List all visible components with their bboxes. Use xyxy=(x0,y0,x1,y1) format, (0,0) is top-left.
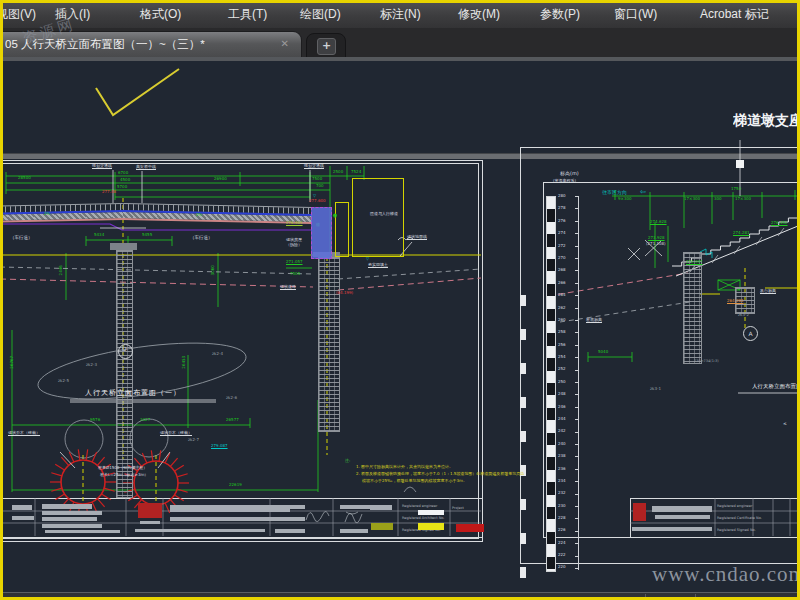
elevation-tick-value: 242 xyxy=(558,429,566,434)
titleblock-bar xyxy=(275,529,305,533)
titleblock-text: Registered engineer xyxy=(717,504,752,508)
dimension-text: 270.097 xyxy=(686,260,703,265)
elevation-tick-value: 268 xyxy=(558,268,566,273)
titleblock-bar xyxy=(371,523,393,530)
menu-item[interactable]: Acrobat 标记 xyxy=(700,6,769,23)
dimension-text: 5040 xyxy=(598,350,608,355)
dimension-text: 28500 xyxy=(18,176,31,181)
elevation-tick-value: 230 xyxy=(558,504,566,509)
elevation-text: 279.087 xyxy=(211,444,228,449)
titleblock-bar xyxy=(275,517,305,521)
borehole-label: zk2-4 xyxy=(212,352,223,357)
menu-item[interactable]: 标注(N) xyxy=(380,6,421,23)
dimension-text: 26900 xyxy=(214,177,227,182)
titleblock-bar xyxy=(418,523,444,530)
titleblock-bar xyxy=(135,529,265,532)
frame-scale-dashes xyxy=(520,295,526,587)
dimension-text: 273.928 xyxy=(648,236,665,241)
check-mark-polyline xyxy=(96,69,179,115)
new-tab-button[interactable]: + xyxy=(306,33,346,59)
dimension-text: 3060 xyxy=(211,265,216,275)
document-tab-title: 05 人行天桥立面布置图（一）~（三）* xyxy=(5,37,205,52)
elevation-text: 277.600 xyxy=(309,199,326,204)
annotation-label: 730×734(1:3) xyxy=(694,359,719,363)
borehole-label: zk2-7 xyxy=(188,438,199,443)
dimension-text: 7505 xyxy=(290,272,300,277)
menu-item[interactable]: 格式(O) xyxy=(140,6,181,23)
titleblock-bar xyxy=(140,521,160,524)
annotation-label: 夯实回填土 xyxy=(368,263,388,268)
menu-item[interactable]: 视图(V) xyxy=(0,6,36,23)
titleblock-bar xyxy=(655,515,710,519)
elevation-tick-value: 246 xyxy=(558,405,566,410)
dimension-text: 2% xyxy=(196,213,202,218)
dimension-text: 271.057 xyxy=(286,260,303,265)
elevation-tick-value: 270 xyxy=(558,256,566,261)
elevation-tick-value: 248 xyxy=(558,392,566,397)
titleblock-bar xyxy=(12,516,34,520)
elevation-tick-value: 238 xyxy=(558,454,566,459)
dimension-text: 17×300 xyxy=(735,197,751,202)
road-axis-label: 规划交通线 xyxy=(92,164,112,169)
right-sheet-inner-frame xyxy=(543,182,800,538)
dimension-text: 2446 xyxy=(59,265,64,275)
titleblock-bar xyxy=(632,527,712,531)
borehole-label: zk2-5 xyxy=(58,379,69,384)
menu-item[interactable]: 窗口(W) xyxy=(614,6,657,23)
menu-item[interactable]: 插入(I) xyxy=(55,6,90,23)
elevation-tick-value: 262 xyxy=(558,306,566,311)
dimension-text: 300 xyxy=(714,197,722,202)
titleblock-bar xyxy=(418,510,444,515)
titleblock-bar xyxy=(42,511,102,515)
elevation-tick-value: 236 xyxy=(558,467,566,472)
drawing-canvas[interactable]: A 梯道墩支座 xyxy=(0,0,800,600)
elevation-tick-value: 266 xyxy=(558,281,566,286)
dimension-text: 4500 xyxy=(120,178,130,183)
dimension-text: 2% xyxy=(44,212,50,217)
dimension-text: 274.281 xyxy=(733,231,750,236)
elevation-axis xyxy=(578,196,579,570)
elevation-text: ▽ xyxy=(313,194,316,199)
titleblock-bar xyxy=(42,504,92,509)
annotation-label: （车行道） xyxy=(10,235,33,240)
document-tab[interactable]: 05 人行天桥立面布置图（一）~（三）* ✕ xyxy=(0,31,302,58)
tab-bar: 05 人行天桥立面布置图（一）~（三）* ✕ + xyxy=(0,28,800,57)
menu-item[interactable]: 工具(T) xyxy=(228,6,267,23)
menu-item[interactable]: 绘图(D) xyxy=(300,6,341,23)
titleblock-bar xyxy=(633,503,646,521)
elevation-tick-value: 280 xyxy=(558,194,566,199)
titleblock-bar xyxy=(12,505,32,510)
dimension-text: 9576 xyxy=(90,418,100,423)
selected-stair-object[interactable] xyxy=(311,207,332,259)
menu-item[interactable]: 参数(P) xyxy=(540,6,580,23)
annotation-label: 现状地面线 xyxy=(407,235,427,240)
elevation-text: (64.199) xyxy=(336,291,353,296)
dimension-text: (271.108) xyxy=(646,242,666,247)
annotation-label: 现状乔木（移栽） xyxy=(160,431,192,436)
annotation-label: 现状乔木（移栽） xyxy=(8,431,40,436)
elevation-tick-value: 254 xyxy=(558,355,566,360)
annotation-label: （车行道） xyxy=(190,235,213,240)
dimension-text: 7500 xyxy=(312,177,322,182)
note-line: 横坡不小于25‰，桥墩处基坑范围内横坡宽度不小于3m。 xyxy=(362,479,467,484)
elevation-tick-value: 226 xyxy=(558,528,566,533)
borehole-label: zk2-3 xyxy=(86,363,97,368)
titleblock-bar xyxy=(45,530,120,533)
dimension-text: 6700 xyxy=(118,171,128,176)
annotation-label: 承台标高 xyxy=(760,289,776,294)
titleblock-bar xyxy=(456,524,484,532)
menu-item[interactable]: 修改(M) xyxy=(458,6,500,23)
titleblock-bar xyxy=(170,505,290,512)
tab-close-icon[interactable]: ✕ xyxy=(281,38,289,49)
autocad-window: A 梯道墩支座 xyxy=(0,0,800,600)
building-outline-small xyxy=(335,202,349,257)
dimension-text: 22619 xyxy=(229,483,242,488)
dimension-text: 274.628 xyxy=(650,220,667,225)
elevation-tick-value: 224 xyxy=(558,541,566,546)
direction-label: 往市区方向 xyxy=(602,190,627,196)
elevation-tick-value: 222 xyxy=(558,553,566,558)
titleblock-text: Registered Signed No. xyxy=(717,528,756,532)
stair-pier-support-annotation: 梯道墩支座 xyxy=(733,112,800,130)
elevation-tick-value: 220 xyxy=(558,565,566,570)
pier-axis-bubble-d xyxy=(118,344,133,359)
